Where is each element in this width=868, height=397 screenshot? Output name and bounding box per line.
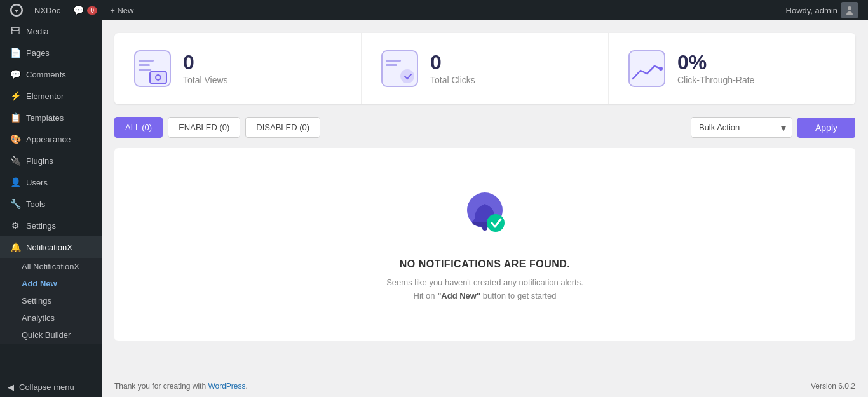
submenu-quick-builder[interactable]: Quick Builder (0, 326, 102, 344)
admin-bar: NXDoc 💬 0 + New Howdy, admin (0, 0, 868, 20)
plugins-icon: 🔌 (10, 155, 21, 166)
sidebar-item-tools[interactable]: 🔧 Tools (0, 193, 102, 215)
svg-point-15 (482, 225, 487, 231)
adminbar-right: Howdy, admin (781, 2, 863, 18)
svg-rect-3 (139, 69, 151, 71)
ctr-icon (627, 48, 667, 89)
submenu-analytics[interactable]: Analytics (0, 309, 102, 326)
ctr-label: Click-Through-Rate (677, 75, 754, 85)
clicks-label: Total Clicks (430, 75, 475, 85)
sidebar-item-media[interactable]: 🎞 Media (0, 20, 102, 42)
submenu-settings[interactable]: Settings (0, 292, 102, 309)
sidebar-templates-label: Templates (26, 113, 64, 123)
comments-count: 0 (87, 6, 97, 15)
tools-icon: 🔧 (10, 198, 21, 210)
notificationx-submenu: All NotificationX Add New Settings Analy… (0, 258, 102, 344)
svg-point-13 (659, 67, 663, 71)
sidebar-notificationx-label: NotificationX (26, 243, 72, 252)
collapse-icon: ◀ (8, 382, 14, 392)
sidebar-users-label: Users (26, 178, 48, 187)
empty-desc2-before: Hit on (414, 291, 438, 300)
clicks-number: 0 (430, 52, 475, 72)
stat-clicks-info: 0 Total Clicks (430, 52, 475, 85)
sidebar-item-appearance[interactable]: 🎨 Appearance (0, 128, 102, 150)
bulk-action-wrapper: Bulk Action (691, 117, 792, 138)
empty-desc2-link: "Add New" (437, 291, 480, 300)
footer-thankyou: Thank you for creating with (114, 382, 208, 391)
page-footer: Thank you for creating with WordPress. V… (102, 375, 868, 397)
sidebar-pages-label: Pages (26, 48, 50, 58)
svg-rect-1 (139, 60, 154, 62)
settings-icon: ⚙ (10, 220, 21, 231)
collapse-menu-button[interactable]: ◀ Collapse menu (0, 377, 102, 397)
stats-row: 0 Total Views (114, 33, 855, 104)
sidebar-item-elementor[interactable]: ⚡ Elementor (0, 85, 102, 107)
sidebar-item-comments[interactable]: 💬 Comments (0, 64, 102, 85)
filter-tab-disabled[interactable]: DISABLED (0) (245, 117, 320, 138)
svg-point-11 (401, 70, 414, 83)
total-views-icon (132, 48, 173, 89)
sidebar-item-templates[interactable]: 📋 Templates (0, 107, 102, 128)
empty-state: NO NOTIFICATIONS ARE FOUND. Seems like y… (114, 148, 855, 341)
empty-icon (456, 186, 513, 246)
sidebar: 🎞 Media 📄 Pages 💬 Comments ⚡ Elementor 📋… (0, 20, 102, 397)
submenu-analytics-label: Analytics (22, 313, 55, 323)
new-label: + New (110, 6, 133, 15)
empty-title: NO NOTIFICATIONS ARE FOUND. (400, 259, 571, 270)
sidebar-item-pages[interactable]: 📄 Pages (0, 42, 102, 64)
filter-tab-all[interactable]: ALL (0) (114, 117, 163, 138)
sidebar-item-plugins[interactable]: 🔌 Plugins (0, 150, 102, 172)
sidebar-item-settings[interactable]: ⚙ Settings (0, 215, 102, 236)
empty-desc1: Seems like you haven't created any notif… (386, 278, 583, 287)
footer-version: Version 6.0.2 (811, 382, 855, 391)
sidebar-item-users[interactable]: 👤 Users (0, 172, 102, 193)
stat-ctr-info: 0% Click-Through-Rate (677, 52, 754, 85)
notificationx-icon: 🔔 (10, 241, 21, 253)
empty-desc: Seems like you haven't created any notif… (386, 276, 583, 303)
sidebar-tools-label: Tools (26, 199, 45, 209)
adminbar-comments[interactable]: 💬 0 (67, 0, 104, 20)
apply-button[interactable]: Apply (797, 118, 855, 138)
adminbar-site[interactable]: NXDoc (28, 0, 67, 20)
sidebar-media-label: Media (26, 27, 48, 36)
howdy-text: Howdy, admin (786, 6, 837, 15)
sidebar-plugins-label: Plugins (26, 156, 53, 166)
submenu-all-label: All NotificationX (22, 262, 79, 271)
svg-rect-10 (386, 64, 397, 66)
sidebar-comments-label: Comments (26, 70, 66, 79)
svg-rect-2 (139, 64, 150, 66)
filter-right: Bulk Action Apply (691, 117, 855, 138)
submenu-all-notificationx[interactable]: All NotificationX (0, 258, 102, 275)
sidebar-settings-label: Settings (26, 221, 56, 231)
wp-logo[interactable] (5, 4, 28, 17)
appearance-icon: 🎨 (10, 133, 21, 145)
submenu-quickbuilder-label: Quick Builder (22, 330, 71, 340)
sidebar-elementor-label: Elementor (26, 91, 64, 101)
total-clicks-icon (379, 48, 420, 89)
filter-tab-enabled[interactable]: ENABLED (0) (168, 117, 240, 138)
pages-icon: 📄 (10, 47, 21, 58)
stat-views-info: 0 Total Views (183, 52, 228, 85)
sidebar-bottom: ◀ Collapse menu (0, 377, 102, 397)
submenu-addnew-label: Add New (22, 279, 57, 288)
main-inner: 0 Total Views (102, 20, 868, 375)
svg-point-16 (487, 214, 505, 232)
bulk-action-select[interactable]: Bulk Action (691, 117, 792, 138)
submenu-add-new[interactable]: Add New (0, 275, 102, 292)
views-number: 0 (183, 52, 228, 72)
main-content: 0 Total Views (102, 20, 868, 397)
comments-icon: 💬 (73, 5, 84, 15)
footer-left: Thank you for creating with WordPress. (114, 382, 248, 391)
user-avatar (841, 2, 858, 18)
footer-wordpress-link[interactable]: WordPress (208, 382, 245, 391)
adminbar-new[interactable]: + New (104, 0, 140, 20)
svg-rect-4 (150, 71, 166, 84)
adminbar-user[interactable]: Howdy, admin (781, 2, 863, 18)
templates-icon: 📋 (10, 112, 21, 123)
ctr-number: 0% (677, 52, 754, 72)
sidebar-item-notificationx[interactable]: 🔔 NotificationX (0, 236, 102, 258)
comments-icon: 💬 (10, 69, 21, 80)
collapse-label: Collapse menu (19, 382, 74, 392)
media-icon: 🎞 (10, 25, 21, 37)
filter-row: ALL (0) ENABLED (0) DISABLED (0) Bulk Ac… (114, 117, 855, 138)
